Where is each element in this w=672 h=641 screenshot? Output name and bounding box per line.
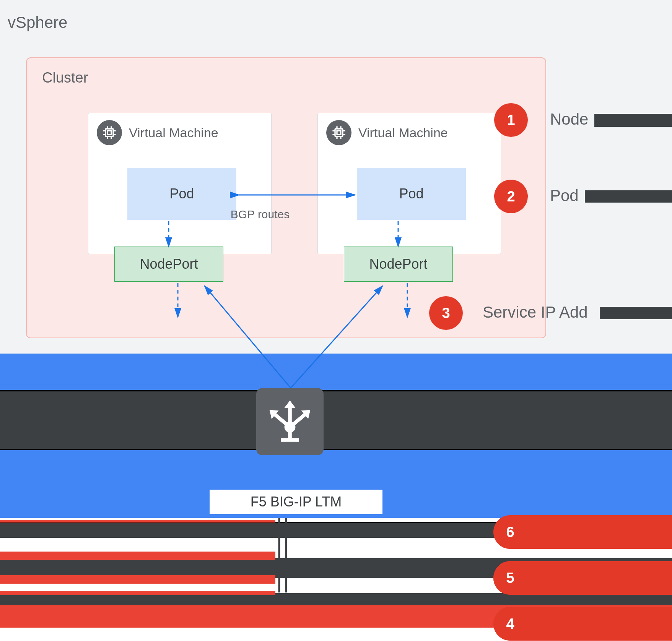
redaction-bar bbox=[594, 114, 672, 127]
bgp-routes-label: BGP routes bbox=[231, 208, 290, 221]
redaction-bar bbox=[585, 190, 672, 203]
cluster-label: Cluster bbox=[42, 70, 530, 86]
nodeport-box: NodePort bbox=[344, 247, 453, 282]
badge-2-label: Pod bbox=[550, 187, 579, 205]
svg-rect-28 bbox=[281, 438, 299, 442]
stripe-red bbox=[0, 520, 275, 523]
svg-marker-22 bbox=[285, 401, 296, 408]
dark-band-middle bbox=[0, 390, 672, 450]
svg-rect-10 bbox=[335, 129, 343, 136]
svg-rect-1 bbox=[107, 131, 111, 135]
load-balancer-label: F5 BIG-IP LTM bbox=[210, 490, 382, 514]
badge-3-label: Service IP Add bbox=[483, 303, 588, 321]
svg-rect-11 bbox=[337, 131, 341, 135]
badge-1-label: Node bbox=[550, 110, 588, 128]
vm-label: Virtual Machine bbox=[358, 125, 448, 140]
stripe-red bbox=[0, 575, 275, 584]
badge-4: 4 bbox=[493, 607, 527, 641]
svg-rect-0 bbox=[106, 129, 113, 136]
vsphere-label: vSphere bbox=[8, 13, 67, 32]
redaction-bar bbox=[600, 307, 672, 319]
pod-box: Pod bbox=[357, 168, 466, 220]
badge-5: 5 bbox=[493, 561, 527, 595]
nodeport-box: NodePort bbox=[114, 247, 223, 282]
load-balancer-icon bbox=[256, 388, 324, 455]
svg-rect-27 bbox=[288, 427, 292, 439]
vm-box-2: Virtual Machine Pod bbox=[317, 113, 501, 254]
pod-box: Pod bbox=[127, 168, 236, 220]
vm-label: Virtual Machine bbox=[129, 125, 218, 140]
vm-box-1: Virtual Machine Pod bbox=[88, 113, 272, 254]
cpu-icon bbox=[326, 120, 351, 145]
cpu-icon bbox=[97, 120, 122, 145]
vm-header: Virtual Machine bbox=[318, 113, 501, 152]
vm-header: Virtual Machine bbox=[88, 113, 271, 152]
badge-3: 3 bbox=[429, 296, 463, 330]
stripe-red bbox=[0, 552, 275, 560]
badge-2: 2 bbox=[494, 180, 528, 213]
stripe-red bbox=[0, 591, 275, 595]
badge-6: 6 bbox=[493, 515, 527, 549]
badge-1: 1 bbox=[494, 103, 528, 137]
